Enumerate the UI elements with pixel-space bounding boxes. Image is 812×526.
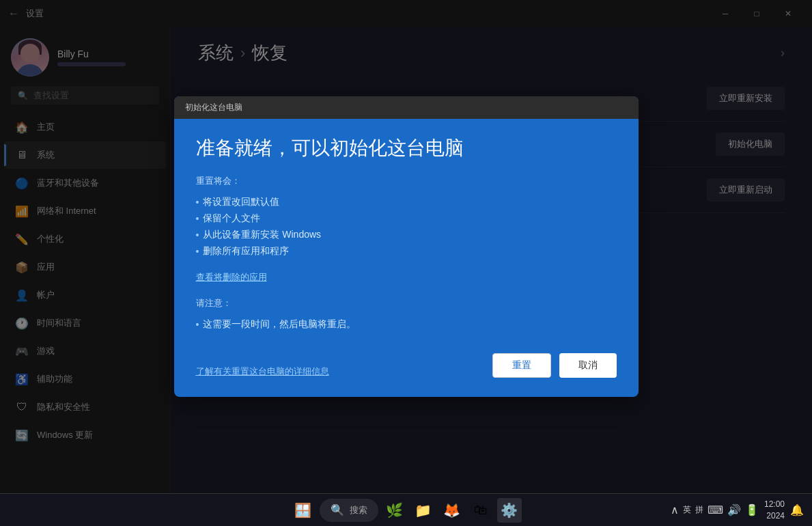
- battery-icon[interactable]: 🔋: [745, 503, 759, 516]
- modal-info-link[interactable]: 了解有关重置这台电脑的详细信息: [196, 353, 484, 378]
- modal-note-label: 请注意：: [196, 297, 617, 309]
- taskbar-right: ∧ 英 拼 ⌨ 🔊 🔋 12:00 2024 🔔: [671, 499, 804, 522]
- modal-note-bullet-1: 这需要一段时间，然后电脑将重启。: [196, 316, 617, 333]
- taskbar: 🪟 🔍 搜索 🌿 📁 🦊 🛍 ⚙️ ∧ 英 拼 ⌨ 🔊 🔋 12:00 2024…: [0, 493, 812, 526]
- taskbar-files[interactable]: 📁: [411, 498, 436, 523]
- keyboard-icon[interactable]: ⌨: [708, 503, 723, 516]
- modal-bullet-3: 从此设备重新安装 Windows: [196, 227, 617, 243]
- time-display[interactable]: 12:00 2024: [764, 499, 785, 522]
- modal-overlay: 初始化这台电脑 准备就绪，可以初始化这台电脑 重置将会： 将设置改回默认值 保留…: [0, 0, 812, 493]
- modal-cancel-button[interactable]: 取消: [559, 353, 617, 378]
- modal-bullet-2: 保留个人文件: [196, 210, 617, 227]
- modal-bullet-4: 删除所有应用和程序: [196, 243, 617, 260]
- taskbar-store[interactable]: 🛍: [468, 498, 493, 523]
- clock-time: 12:00: [764, 499, 785, 510]
- start-button[interactable]: 🪟: [291, 498, 316, 523]
- modal-title-bar: 初始化这台电脑: [174, 96, 639, 119]
- modal-heading: 准备就绪，可以初始化这台电脑: [196, 135, 617, 161]
- modal-reset-will-label: 重置将会：: [196, 175, 617, 187]
- modal-note-list: 这需要一段时间，然后电脑将重启。: [196, 316, 617, 333]
- taskbar-sys-icons: ∧ 英 拼 ⌨ 🔊 🔋: [671, 503, 759, 516]
- clock-date: 2024: [764, 510, 785, 522]
- modal-bullet-list: 将设置改回默认值 保留个人文件 从此设备重新安装 Windows 删除所有应用和…: [196, 194, 617, 260]
- notification-icon[interactable]: 🔔: [790, 503, 804, 516]
- taskbar-center: 🪟 🔍 搜索 🌿 📁 🦊 🛍 ⚙️: [291, 498, 522, 523]
- modal-bullet-1: 将设置改回默认值: [196, 194, 617, 210]
- taskbar-search-icon: 🔍: [331, 503, 344, 516]
- taskbar-search[interactable]: 🔍 搜索: [320, 499, 378, 522]
- chevron-up-icon[interactable]: ∧: [671, 503, 679, 516]
- modal-footer: 了解有关重置这台电脑的详细信息 重置 取消: [196, 353, 617, 378]
- modal-reset-button[interactable]: 重置: [492, 353, 551, 378]
- reset-modal: 初始化这台电脑 准备就绪，可以初始化这台电脑 重置将会： 将设置改回默认值 保留…: [174, 96, 639, 397]
- volume-icon[interactable]: 🔊: [727, 503, 741, 516]
- taskbar-widgets[interactable]: 🌿: [382, 498, 407, 523]
- taskbar-search-text: 搜索: [350, 504, 367, 516]
- lang1: 英: [683, 504, 691, 516]
- taskbar-settings[interactable]: ⚙️: [497, 498, 522, 523]
- lang2: 拼: [695, 504, 703, 516]
- taskbar-browser[interactable]: 🦊: [440, 498, 464, 523]
- view-apps-link[interactable]: 查看将删除的应用: [196, 271, 267, 283]
